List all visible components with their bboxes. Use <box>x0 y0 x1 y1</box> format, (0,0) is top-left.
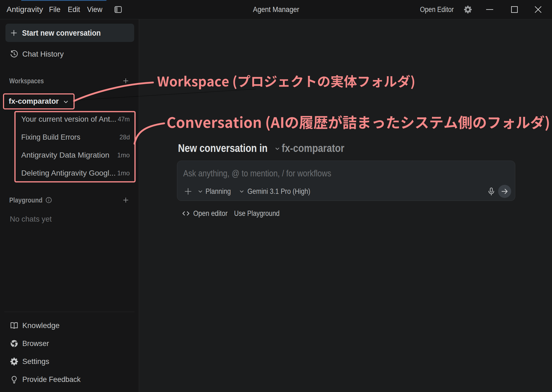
history-icon <box>10 50 19 59</box>
lightbulb-icon <box>10 375 19 384</box>
window-minimize-button[interactable] <box>485 0 494 19</box>
chevron-down-icon <box>63 99 69 105</box>
heading-prefix: New conversation in <box>178 142 268 155</box>
playground-header: Playground <box>0 195 139 206</box>
heading-workspace-name[interactable]: fx-comparator <box>282 142 344 155</box>
mic-icon[interactable] <box>487 185 496 197</box>
sidebar-item-settings[interactable]: Settings <box>0 356 139 367</box>
prompt-input-placeholder: Ask anything, @ to mention, / for workfl… <box>183 168 331 179</box>
mode-selector-dropdown[interactable]: Planning <box>197 185 235 197</box>
sidebar-item-provide-feedback[interactable]: Provide Feedback <box>0 374 139 385</box>
conversation-item[interactable]: Deleting Antigravity Googl... 1mo <box>0 168 139 179</box>
model-selector-label: Gemini 3.1 Pro (High) <box>247 187 310 196</box>
conversation-title: Deleting Antigravity Googl... <box>21 169 116 177</box>
workspaces-header-label: Workspaces <box>9 77 44 85</box>
chat-history-label: Chat History <box>22 50 64 59</box>
conversation-title: Fixing Build Errors <box>21 133 80 142</box>
browser-icon <box>10 339 19 348</box>
model-selector-dropdown[interactable]: Gemini 3.1 Pro (High) <box>239 185 321 197</box>
book-icon <box>10 321 19 330</box>
chat-history-item[interactable]: Chat History <box>0 49 139 60</box>
sidebar-divider <box>4 312 134 312</box>
playground-empty-state: No chats yet <box>0 214 139 225</box>
workspaces-header: Workspaces <box>0 75 139 86</box>
window-maximize-button[interactable] <box>510 0 519 19</box>
workspace-item-fx-comparator[interactable]: fx-comparator <box>0 96 139 107</box>
browser-label: Browser <box>22 339 49 348</box>
mode-selector-label: Planning <box>206 187 231 196</box>
info-icon[interactable] <box>45 197 52 204</box>
start-new-conversation-button[interactable]: Start new conversation <box>5 24 134 42</box>
conversation-item[interactable]: Antigravity Data Migration 1mo <box>0 150 139 161</box>
window-title-label: Agent Manager <box>253 0 299 19</box>
add-workspace-button[interactable] <box>122 77 130 85</box>
code-icon <box>181 209 191 218</box>
sidebar-item-browser[interactable]: Browser <box>0 338 139 349</box>
conversation-title: Your current version of Ant... <box>21 115 116 124</box>
annotation-text-workspace <box>157 75 415 90</box>
window-close-button[interactable] <box>533 0 543 19</box>
use-playground-link[interactable]: Use Playground <box>234 209 280 218</box>
annotation-text-conversation <box>167 115 550 131</box>
start-new-conversation-label: Start new conversation <box>22 28 101 38</box>
knowledge-label: Knowledge <box>22 321 60 330</box>
open-editor-link[interactable]: Open editor <box>193 209 228 218</box>
conversation-time: 1mo <box>117 169 130 177</box>
settings-gear-icon[interactable] <box>463 0 473 19</box>
card-footer-links: Open editor Use Playground <box>181 209 289 218</box>
prompt-input-card[interactable]: Ask anything, @ to mention, / for workfl… <box>177 161 515 201</box>
settings-label: Settings <box>22 357 49 366</box>
conversation-time: 28d <box>119 133 130 141</box>
sidebar-item-knowledge[interactable]: Knowledge <box>0 320 139 331</box>
conversation-item[interactable]: Fixing Build Errors 28d <box>0 132 139 143</box>
title-bar: Antigravity File Edit View Agent Manager… <box>0 0 552 19</box>
open-editor-button[interactable]: Open Editor <box>420 0 454 19</box>
add-playground-button[interactable] <box>122 196 130 204</box>
playground-empty-label: No chats yet <box>10 215 52 223</box>
attach-plus-icon[interactable] <box>184 185 192 197</box>
workspace-name: fx-comparator <box>9 97 59 106</box>
conversation-item[interactable]: Your current version of Ant... 47m <box>0 114 139 125</box>
plus-icon <box>10 29 17 36</box>
sidebar: Start new conversation Chat History Work… <box>0 19 139 392</box>
playground-header-label: Playground <box>9 196 42 204</box>
chevron-down-icon[interactable] <box>274 145 281 152</box>
conversation-time: 47m <box>118 115 130 123</box>
conversation-time: 1mo <box>117 151 130 159</box>
prompt-controls-row: Planning Gemini 3.1 Pro (High) <box>177 185 515 197</box>
provide-feedback-label: Provide Feedback <box>22 375 81 384</box>
gear-icon <box>10 357 19 366</box>
send-button[interactable] <box>498 185 511 198</box>
conversation-title: Antigravity Data Migration <box>21 151 109 160</box>
